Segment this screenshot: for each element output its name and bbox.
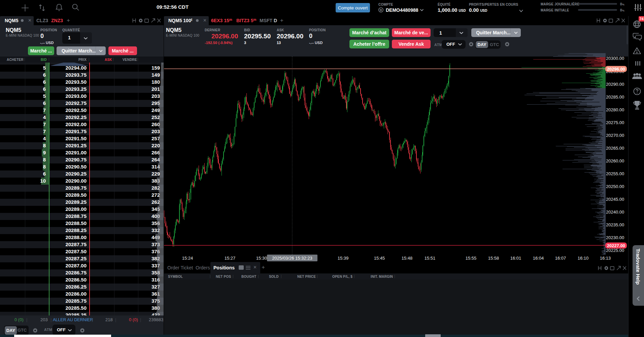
svg-text:D: D: [380, 8, 382, 12]
